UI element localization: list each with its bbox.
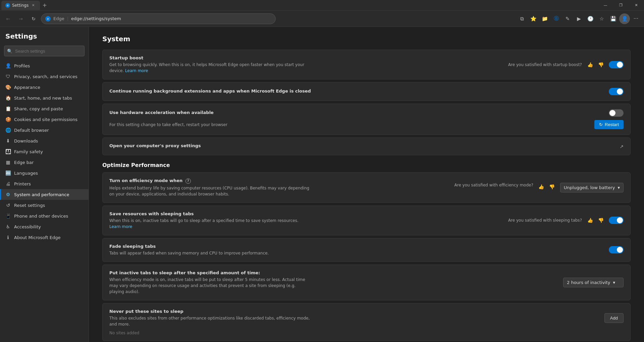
sidebar-item-reset[interactable]: ↺ Reset settings bbox=[0, 200, 89, 211]
new-tab-button[interactable]: + bbox=[40, 1, 49, 10]
sleeping-tabs-card: Save resources with sleeping tabs When t… bbox=[102, 206, 631, 235]
sidebar-item-downloads[interactable]: ⬇ Downloads bbox=[0, 135, 89, 146]
game-icon[interactable]: ▶ bbox=[574, 13, 584, 24]
favorites-icon[interactable]: ⭐ bbox=[528, 13, 539, 24]
languages-icon: 🔤 bbox=[5, 170, 11, 176]
sleeping-feedback-label: Are you satisfied with sleeping tabs? bbox=[508, 218, 582, 223]
titlebar-tabs: e Settings ✕ + bbox=[0, 0, 49, 10]
sleeping-feedback-icons: 👍 👎 bbox=[586, 216, 605, 224]
tab-close-button[interactable]: ✕ bbox=[31, 3, 36, 8]
proxy-card[interactable]: Open your computer's proxy settings ↗ bbox=[102, 137, 631, 155]
sidebar-item-profiles[interactable]: 👤 Profiles bbox=[0, 60, 89, 71]
forward-button[interactable]: → bbox=[15, 13, 26, 24]
more-button[interactable]: ··· bbox=[631, 13, 641, 24]
startup-boost-card: Startup boost Get to browsing quickly. W… bbox=[102, 50, 631, 79]
efficiency-dropdown-icon: ▾ bbox=[618, 185, 620, 190]
edge-bar-icon: ▦ bbox=[5, 160, 11, 165]
sidebar-item-accessibility[interactable]: ♿ Accessibility bbox=[0, 221, 89, 232]
appearance-icon: 🎨 bbox=[5, 84, 11, 90]
sidebar-item-printers[interactable]: 🖨 Printers bbox=[0, 178, 89, 189]
startup-feedback-label: Are you satisfied with startup boost? bbox=[508, 62, 582, 67]
never-sleep-row: Never put these sites to sleep This also… bbox=[109, 309, 624, 327]
hardware-accel-title: Use hardware acceleration when available bbox=[109, 110, 603, 115]
collections-icon[interactable]: 📁 bbox=[539, 13, 550, 24]
sidebar-label-about: About Microsoft Edge bbox=[14, 235, 61, 240]
toolbar-icons: ⧉ ⭐ 📁 Ⓑ ✎ ▶ 🕐 ☆ 💾 👤 ··· bbox=[517, 13, 641, 24]
background-extensions-title: Continue running background extensions a… bbox=[109, 89, 603, 94]
sleeping-thumbs-down[interactable]: 👎 bbox=[597, 216, 605, 224]
sleeping-thumbs-up[interactable]: 👍 bbox=[586, 216, 594, 224]
startup-boost-learn-more[interactable]: Learn more bbox=[125, 68, 148, 73]
fade-sleeping-left: Fade sleeping tabs Tabs will appear fade… bbox=[109, 244, 603, 256]
proxy-right: ↗ bbox=[620, 144, 624, 149]
sidebar-item-edge-bar[interactable]: ▦ Edge bar bbox=[0, 157, 89, 168]
sidebar-item-cookies[interactable]: 🍪 Cookies and site permissions bbox=[0, 114, 89, 125]
sidebar-item-about[interactable]: ℹ About Microsoft Edge bbox=[0, 232, 89, 243]
sidebar-label-edge-bar: Edge bar bbox=[14, 160, 34, 165]
efficiency-dropdown[interactable]: Unplugged, low battery ▾ bbox=[560, 183, 624, 192]
sidebar-item-appearance[interactable]: 🎨 Appearance bbox=[0, 82, 89, 93]
efficiency-mode-left: Turn on efficiency mode when ? Helps ext… bbox=[109, 178, 449, 197]
sleeping-tabs-desc: When this is on, inactive tabs will go t… bbox=[109, 218, 311, 230]
never-sleep-right: Add bbox=[604, 313, 624, 323]
sidebar-item-share[interactable]: 📋 Share, copy and paste bbox=[0, 103, 89, 114]
hardware-accel-toggle[interactable] bbox=[609, 109, 624, 117]
add-site-button[interactable]: Add bbox=[604, 313, 624, 323]
fade-sleeping-knob bbox=[617, 247, 623, 253]
efficiency-thumbs-up[interactable]: 👍 bbox=[537, 183, 545, 191]
save-icon[interactable]: 💾 bbox=[608, 13, 619, 24]
startup-feedback-icons: 👍 👎 bbox=[586, 61, 605, 69]
sleeping-tabs-row: Save resources with sleeping tabs When t… bbox=[109, 211, 624, 230]
efficiency-thumbs-down[interactable]: 👎 bbox=[548, 183, 556, 191]
profile-icon[interactable]: 👤 bbox=[619, 13, 630, 24]
hardware-accel-left: Use hardware acceleration when available bbox=[109, 110, 603, 116]
sidebar-item-start[interactable]: 🏠 Start, home, and new tabs bbox=[0, 93, 89, 103]
sidebar-item-phone[interactable]: 📱 Phone and other devices bbox=[0, 211, 89, 221]
restart-hint-text: For this setting change to take effect, … bbox=[109, 122, 311, 128]
refresh-button[interactable]: ↻ bbox=[28, 13, 39, 24]
sidebar-item-default-browser[interactable]: 🌐 Default browser bbox=[0, 125, 89, 135]
search-input[interactable] bbox=[15, 49, 82, 54]
background-extensions-toggle[interactable] bbox=[609, 88, 624, 95]
startup-boost-toggle[interactable] bbox=[609, 61, 624, 68]
restart-hint: For this setting change to take effect, … bbox=[109, 122, 589, 128]
startup-thumbs-up[interactable]: 👍 bbox=[586, 61, 594, 69]
sleeping-tabs-right: Are you satisfied with sleeping tabs? 👍 … bbox=[508, 216, 624, 224]
page-title: System bbox=[102, 35, 631, 43]
restore-button[interactable]: ❐ bbox=[613, 0, 629, 11]
efficiency-mode-info-icon[interactable]: ? bbox=[185, 178, 191, 184]
sidebar-label-downloads: Downloads bbox=[14, 138, 38, 144]
minimize-button[interactable]: — bbox=[598, 0, 613, 11]
sidebar-item-languages[interactable]: 🔤 Languages bbox=[0, 168, 89, 178]
sidebar-label-system: System and performance bbox=[14, 192, 69, 197]
efficiency-mode-title: Turn on efficiency mode when ? bbox=[109, 178, 449, 184]
history-icon[interactable]: 🕐 bbox=[585, 13, 596, 24]
sidebar-item-family[interactable]: 👨‍👩‍👧 Family safety bbox=[0, 146, 89, 157]
optimize-title: Optimize Performance bbox=[102, 162, 631, 168]
startup-boost-title: Startup boost bbox=[109, 55, 503, 60]
search-box[interactable]: 🔍 bbox=[4, 46, 85, 56]
efficiency-mode-row: Turn on efficiency mode when ? Helps ext… bbox=[109, 178, 624, 197]
sidebar-label-languages: Languages bbox=[14, 171, 38, 176]
sidebar-item-privacy[interactable]: 🛡 Privacy, search, and services bbox=[0, 71, 89, 82]
sidebar-item-system[interactable]: ⚙ System and performance bbox=[0, 189, 89, 200]
star-icon[interactable]: ☆ bbox=[596, 13, 607, 24]
active-tab[interactable]: e Settings ✕ bbox=[1, 1, 40, 10]
url-bar[interactable]: e Edge | edge://settings/system bbox=[41, 13, 276, 24]
restart-button[interactable]: ↻ Restart bbox=[594, 120, 624, 129]
sidebar-label-printers: Printers bbox=[14, 181, 31, 186]
about-icon: ℹ bbox=[5, 235, 11, 240]
sleeping-tabs-learn-more[interactable]: Learn more bbox=[109, 224, 132, 229]
hardware-accel-knob bbox=[609, 110, 615, 116]
extensions-icon[interactable]: ⧉ bbox=[517, 13, 527, 24]
proxy-row: Open your computer's proxy settings ↗ bbox=[109, 143, 624, 150]
bing-icon[interactable]: Ⓑ bbox=[551, 13, 561, 24]
inactive-sleep-dropdown[interactable]: 2 hours of inactivity ▾ bbox=[563, 278, 624, 287]
sleeping-tabs-toggle[interactable] bbox=[609, 217, 624, 224]
external-link-icon: ↗ bbox=[620, 144, 624, 149]
tools-icon[interactable]: ✎ bbox=[562, 13, 573, 24]
close-button[interactable]: ✕ bbox=[629, 0, 644, 11]
back-button[interactable]: ← bbox=[3, 13, 13, 24]
startup-thumbs-down[interactable]: 👎 bbox=[597, 61, 605, 69]
fade-sleeping-toggle[interactable] bbox=[609, 246, 624, 253]
